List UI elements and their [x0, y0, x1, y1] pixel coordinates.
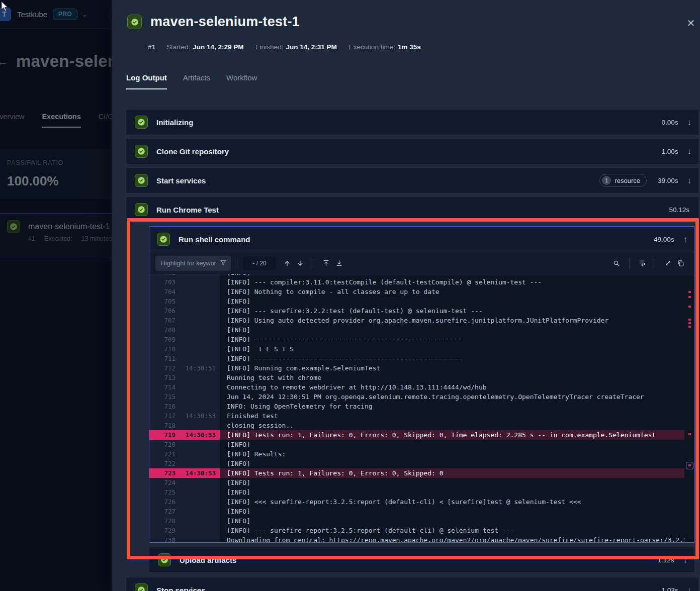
search-icon[interactable]: [610, 257, 623, 270]
log-viewer[interactable]: 702 [INFO] 703 [INFO] --- compiler:3.11.…: [149, 274, 694, 542]
log-line[interactable]: 716 INFO: Using OpenTelemetry for tracin…: [149, 402, 684, 411]
step-stop-services[interactable]: Stop services 1.03s ↓: [126, 577, 699, 591]
log-line-text: [INFO] Results:: [220, 449, 684, 459]
step-duration: 0.00s: [661, 119, 678, 126]
log-line[interactable]: 704 [INFO] Nothing to compile - all clas…: [149, 287, 684, 297]
step-upload-artifacts[interactable]: Upload artifacts 1.12s ↓: [149, 547, 695, 573]
run-shell-command-header[interactable]: Run shell command 49.00s ↑: [149, 227, 694, 252]
log-line[interactable]: 717 14:30:53 Finished test: [149, 411, 684, 421]
log-line-gutter: 716: [149, 402, 220, 411]
close-icon[interactable]: ✕: [684, 16, 698, 30]
next-match-icon[interactable]: [294, 257, 307, 270]
log-lines: 702 [INFO] 703 [INFO] --- compiler:3.11.…: [149, 274, 694, 542]
scroll-to-bottom-icon[interactable]: [332, 257, 345, 270]
log-line[interactable]: 730 Downloading from central: https://re…: [149, 535, 684, 542]
log-line[interactable]: 725 [INFO]: [149, 487, 684, 497]
minimap-marker: [688, 319, 691, 321]
tab-log-output[interactable]: Log Output: [126, 73, 167, 89]
log-line[interactable]: 724 [INFO]: [149, 478, 684, 487]
execution-meta: #1 Started: Jun 14, 2:29 PM Finished: Ju…: [148, 43, 426, 51]
log-line[interactable]: 706 [INFO] --- surefire:3.2.2:test (defa…: [149, 306, 684, 316]
minimap-marker: [688, 433, 691, 435]
word-wrap-icon[interactable]: [636, 257, 649, 270]
log-line[interactable]: 712 14:30:51 [INFO] Running com.example.…: [149, 363, 684, 373]
log-line[interactable]: 723 14:30:53 [INFO] Tests run: 1, Failur…: [149, 468, 684, 478]
tab-artifacts[interactable]: Artifacts: [183, 73, 210, 89]
step-label: Stop services: [156, 586, 206, 591]
log-line-text: [INFO] ---------------------------------…: [220, 354, 684, 363]
filter-funnel-icon: [220, 259, 227, 268]
chevron-expand-icon[interactable]: ↓: [687, 118, 692, 127]
fullscreen-icon[interactable]: [661, 257, 674, 270]
step-label: Upload artifacts: [180, 556, 236, 564]
log-line[interactable]: 714 Connecting to remote webdriver at ht…: [149, 382, 684, 392]
log-line[interactable]: 726 [INFO] <<< surefire-report:3.2.5:rep…: [149, 497, 684, 507]
log-line[interactable]: 718 closing session..: [149, 421, 684, 430]
log-line-number: 705: [149, 297, 176, 306]
log-line[interactable]: 710 [INFO] T E S T S: [149, 344, 684, 354]
step-start-services[interactable]: Start services 1 resource 39.00s ↓: [126, 167, 699, 193]
tab-workflow[interactable]: Workflow: [226, 73, 257, 89]
log-line-gutter: 726: [149, 497, 220, 507]
log-line-timestamp: [176, 402, 220, 411]
log-line[interactable]: 720 [INFO]: [149, 440, 684, 449]
log-minimap[interactable]: [684, 274, 694, 542]
log-line-timestamp: 14:30:53: [176, 430, 220, 440]
chevron-expand-icon[interactable]: ↓: [687, 176, 692, 185]
log-line-timestamp: [176, 449, 220, 459]
modal-backdrop[interactable]: [0, 0, 112, 591]
log-line[interactable]: 729 [INFO] --- surefire-report:3.2.5:rep…: [149, 526, 684, 535]
chevron-collapse-icon[interactable]: ↑: [683, 235, 688, 244]
log-line[interactable]: 709 [INFO] -----------------------------…: [149, 335, 684, 344]
status-passed-icon: [135, 174, 148, 187]
log-line-number: 704: [149, 287, 176, 297]
execution-time-value: 1m 35s: [398, 43, 421, 51]
log-line-timestamp: [176, 316, 220, 325]
previous-match-icon[interactable]: [281, 257, 294, 270]
log-toolbar: - / 20: [149, 252, 694, 274]
log-line[interactable]: 721 [INFO] Results:: [149, 449, 684, 459]
log-line[interactable]: 727 [INFO]: [149, 507, 684, 516]
chevron-expand-icon[interactable]: ↓: [687, 586, 692, 591]
log-line-number: 715: [149, 392, 176, 402]
log-line-number: 713: [149, 373, 176, 382]
log-line-timestamp: [176, 373, 220, 382]
log-line-text: [INFO]: [220, 487, 684, 497]
log-line-text: [INFO]: [220, 325, 684, 335]
log-line[interactable]: 722 [INFO]: [149, 459, 684, 468]
resource-count: 1: [602, 176, 611, 185]
copy-icon[interactable]: [674, 257, 687, 270]
log-line[interactable]: 719 14:30:53 [INFO] Tests run: 1, Failur…: [149, 430, 684, 440]
log-line[interactable]: 703 [INFO] --- compiler:3.11.0:testCompi…: [149, 277, 684, 287]
status-passed-icon: [158, 553, 171, 566]
chevron-expand-icon[interactable]: ↓: [683, 556, 688, 564]
status-passed-icon: [135, 583, 148, 591]
log-line-gutter: 718: [149, 421, 220, 430]
log-line[interactable]: 715 Jun 14, 2024 12:30:51 PM org.openqa.…: [149, 392, 684, 402]
log-line-gutter: 705: [149, 297, 220, 306]
log-line[interactable]: 705 [INFO]: [149, 297, 684, 306]
step-run-chrome-test[interactable]: Run Chrome Test 50.12s: [126, 196, 699, 223]
log-line[interactable]: 707 [INFO] Using auto detected provider …: [149, 316, 684, 325]
log-line-timestamp: [176, 497, 220, 507]
started-value: Jun 14, 2:29 PM: [193, 43, 243, 51]
step-clone-git-repository[interactable]: Clone Git repository 1.00s ↓: [126, 138, 699, 164]
log-line-timestamp: [176, 478, 220, 487]
step-label: Run Chrome Test: [156, 206, 219, 214]
step-initializing[interactable]: Initializing 0.00s ↓: [126, 109, 699, 135]
log-line-number: 721: [149, 449, 176, 459]
log-line-text: Jun 14, 2024 12:30:51 PM org.openqa.sele…: [220, 392, 684, 402]
log-line-timestamp: [176, 459, 220, 468]
log-line[interactable]: 711 [INFO] -----------------------------…: [149, 354, 684, 363]
log-line-number: 724: [149, 478, 176, 487]
log-line-text: [INFO] Tests run: 1, Failures: 0, Errors…: [220, 430, 684, 440]
scroll-to-top-icon[interactable]: [319, 257, 332, 270]
log-line-text: [INFO] Tests run: 1, Failures: 0, Errors…: [220, 468, 684, 478]
log-line[interactable]: 728 [INFO]: [149, 516, 684, 526]
finished-value: Jun 14, 2:31 PM: [286, 43, 336, 51]
log-line[interactable]: 713 Running test with chrome: [149, 373, 684, 382]
minimap-marker: [688, 464, 691, 466]
chevron-expand-icon[interactable]: ↓: [687, 147, 692, 156]
status-passed-icon: [135, 116, 148, 129]
log-line[interactable]: 708 [INFO]: [149, 325, 684, 335]
